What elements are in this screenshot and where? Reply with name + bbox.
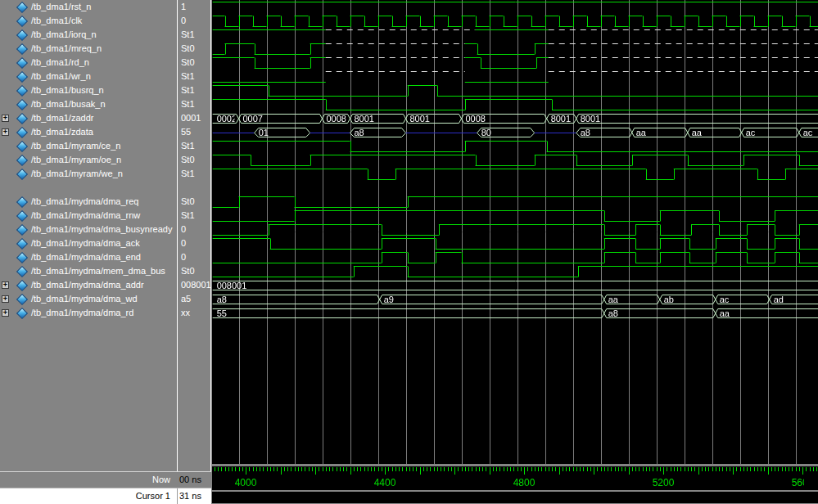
signal-value: xx — [181, 308, 190, 317]
signal-diamond-icon — [16, 113, 28, 124]
signal-diamond-icon — [16, 210, 28, 222]
signal-name: /tb_dma1/zaddr — [31, 113, 93, 123]
signal-row[interactable]: /tb_dma1/mreq_nSt0 — [0, 42, 211, 56]
signal-name: /tb_dma1/myram/oe_n — [31, 155, 121, 164]
signal-diamond-icon — [16, 29, 28, 41]
signal-value: St0 — [181, 155, 195, 164]
signal-value: St1 — [181, 99, 195, 109]
signal-name: /tb_dma1/wr_n — [31, 71, 91, 81]
signal-value: St1 — [181, 85, 195, 95]
signal-name: /tb_dma1/myram/ce_n — [31, 141, 120, 151]
signal-row[interactable]: /tb_dma1/clk0 — [0, 14, 211, 28]
names-values-divider[interactable] — [177, 0, 178, 504]
signal-value: St1 — [181, 29, 195, 39]
signal-diamond-icon — [16, 127, 28, 138]
expand-toggle-icon[interactable]: + — [2, 115, 9, 122]
signal-diamond-icon — [16, 280, 28, 291]
signal-name: /tb_dma1/mydma/dma_end — [31, 252, 141, 262]
signal-name: /tb_dma1/mydma/dma_busynready — [31, 224, 172, 234]
values-wave-divider[interactable] — [210, 0, 211, 504]
expand-toggle-icon[interactable]: + — [2, 295, 9, 303]
signal-name: /tb_dma1/rd_n — [31, 57, 89, 67]
group-spacer — [0, 181, 211, 195]
signal-diamond-icon — [16, 266, 28, 277]
signal-row[interactable]: /tb_dma1/iorq_nSt1 — [0, 28, 211, 42]
cursor-value: 31 ns — [179, 491, 201, 501]
signal-row[interactable]: +/tb_dma1/mydma/dma_addr008001 — [0, 278, 211, 292]
signal-value: 0 — [181, 238, 186, 248]
signal-row[interactable]: /tb_dma1/myram/ce_nSt1 — [0, 139, 211, 153]
signal-row[interactable]: +/tb_dma1/mydma/dma_rdxx — [0, 306, 211, 320]
cursor-label: Cursor 1 — [136, 491, 170, 501]
signal-value: St1 — [181, 169, 195, 178]
signal-name: /tb_dma1/mydma/mem_dma_bus — [31, 266, 165, 276]
waveform-canvas[interactable] — [212, 0, 818, 504]
signal-value: St1 — [181, 210, 195, 220]
signal-value: 0 — [181, 252, 186, 262]
signal-row[interactable]: /tb_dma1/mydma/dma_ack0 — [0, 236, 211, 250]
signal-value: St0 — [181, 196, 195, 206]
signal-name: /tb_dma1/mreq_n — [31, 43, 102, 53]
signal-diamond-icon — [16, 196, 28, 208]
signal-diamond-icon — [16, 155, 28, 166]
signal-row[interactable]: /tb_dma1/mydma/mem_dma_busSt0 — [0, 264, 211, 278]
signal-row[interactable]: /tb_dma1/rd_nSt0 — [0, 56, 211, 70]
signal-row[interactable]: /tb_dma1/busrq_nSt1 — [0, 83, 211, 97]
signal-diamond-icon — [16, 2, 28, 13]
now-status-row: Now 00 ns — [0, 471, 211, 488]
signal-value: 0001 — [181, 113, 201, 123]
signal-value: 008001 — [181, 280, 211, 290]
signal-name: /tb_dma1/mydma/dma_wd — [31, 294, 138, 304]
signal-name: /tb_dma1/zdata — [31, 127, 93, 137]
signal-diamond-icon — [16, 43, 28, 55]
signal-row[interactable]: /tb_dma1/rst_n1 — [0, 0, 211, 14]
signal-value: 0 — [181, 224, 186, 234]
now-value: 00 ns — [179, 475, 201, 484]
signal-row[interactable]: /tb_dma1/mydma/dma_reqSt0 — [0, 195, 211, 209]
signal-diamond-icon — [16, 141, 28, 152]
signal-name: /tb_dma1/iorq_n — [31, 29, 97, 39]
signal-name: /tb_dma1/busrq_n — [31, 85, 104, 95]
signal-value: St0 — [181, 57, 195, 67]
signal-row[interactable]: /tb_dma1/mydma/dma_end0 — [0, 250, 211, 264]
now-label: Now — [152, 475, 170, 484]
signal-row[interactable]: /tb_dma1/mydma/dma_busynready0 — [0, 223, 211, 236]
signal-name: /tb_dma1/mydma/dma_req — [31, 196, 138, 206]
signal-value: 0 — [181, 16, 186, 25]
signal-diamond-icon — [16, 308, 28, 319]
signal-diamond-icon — [16, 71, 28, 83]
signal-name: /tb_dma1/mydma/dma_ack — [31, 238, 140, 248]
signal-value: a5 — [181, 294, 191, 304]
signal-diamond-icon — [16, 238, 28, 250]
signal-diamond-icon — [16, 252, 28, 263]
signal-value: St1 — [181, 71, 195, 81]
signal-diamond-icon — [16, 224, 28, 236]
signal-name: /tb_dma1/mydma/dma_rnw — [31, 210, 140, 220]
signal-diamond-icon — [16, 99, 28, 110]
signal-row[interactable]: +/tb_dma1/zdata55 — [0, 125, 211, 139]
signal-name: /tb_dma1/myram/we_n — [31, 169, 123, 178]
signal-row[interactable]: /tb_dma1/mydma/dma_rnwSt1 — [0, 209, 211, 223]
signal-row[interactable]: /tb_dma1/busak_nSt1 — [0, 97, 211, 111]
signal-diamond-icon — [16, 294, 28, 305]
expand-toggle-icon[interactable]: + — [2, 309, 9, 317]
signal-name: /tb_dma1/mydma/dma_addr — [31, 280, 144, 290]
signal-value: 55 — [181, 127, 191, 137]
signal-row[interactable]: /tb_dma1/myram/we_nSt1 — [0, 167, 211, 181]
expand-toggle-icon[interactable]: + — [2, 281, 9, 289]
signal-row[interactable]: /tb_dma1/myram/oe_nSt0 — [0, 153, 211, 167]
signal-diamond-icon — [16, 169, 28, 180]
expand-toggle-icon[interactable]: + — [2, 128, 9, 136]
signal-row[interactable]: +/tb_dma1/mydma/dma_wda5 — [0, 292, 211, 306]
signal-name: /tb_dma1/rst_n — [31, 2, 91, 11]
signal-name: /tb_dma1/clk — [31, 16, 82, 25]
cursor-status-row[interactable]: Cursor 1 31 ns — [0, 488, 211, 504]
signal-value: St1 — [181, 141, 195, 151]
signal-row[interactable]: /tb_dma1/wr_nSt1 — [0, 70, 211, 83]
signal-row[interactable]: +/tb_dma1/zaddr0001 — [0, 111, 211, 125]
signal-diamond-icon — [16, 57, 28, 69]
modelsim-wave-window: { "status_bar": { "now_label": "Now", "n… — [0, 0, 818, 504]
signal-diamond-icon — [16, 85, 28, 97]
signal-value: St0 — [181, 266, 195, 276]
signal-value: 1 — [181, 2, 186, 11]
